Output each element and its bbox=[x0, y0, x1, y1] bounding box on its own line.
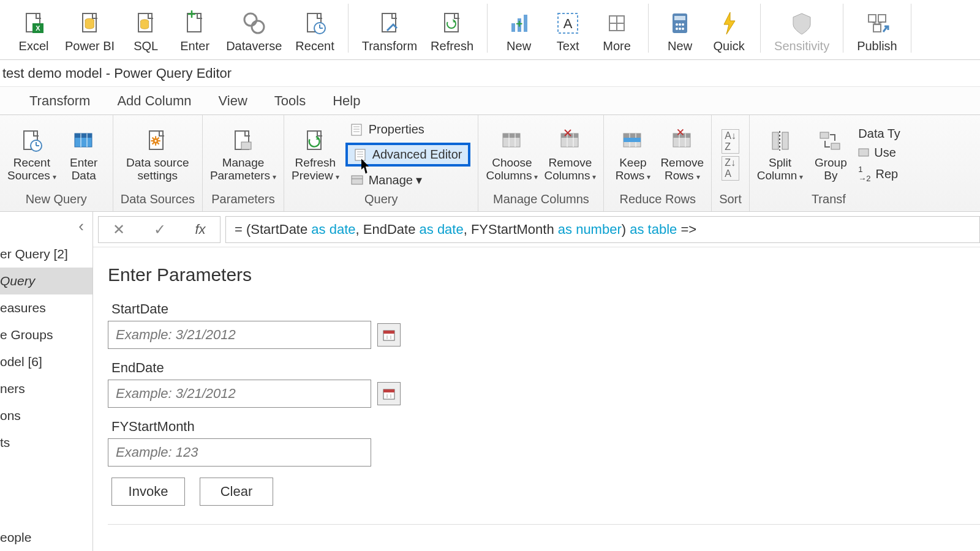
sidebar-item[interactable]: e Groups bbox=[0, 321, 92, 348]
use-label: Use bbox=[874, 146, 896, 160]
group-label-sort: Sort bbox=[719, 192, 742, 209]
group-query: Refresh Preview Properties Advanced Edit… bbox=[284, 115, 478, 211]
enter-button[interactable]: Enter bbox=[173, 7, 216, 56]
recent-button[interactable]: Recent bbox=[292, 7, 337, 56]
replace-values-button[interactable]: 1→2Rep bbox=[858, 165, 900, 183]
table-small-icon bbox=[350, 173, 364, 187]
sidebar-item[interactable]: easures bbox=[0, 294, 92, 321]
sidebar-folder[interactable]: er Query [2] bbox=[0, 241, 92, 268]
field-enddate: EndDate bbox=[108, 360, 980, 408]
enddate-calendar-button[interactable] bbox=[377, 382, 401, 405]
refresh-icon bbox=[301, 127, 330, 156]
data-type-button[interactable]: Data Ty bbox=[858, 127, 900, 141]
parameters-panel: Enter Parameters StartDate EndDate FYSta… bbox=[93, 247, 980, 525]
sidebar-item[interactable]: ners bbox=[0, 375, 92, 402]
collapse-button[interactable]: ‹ bbox=[70, 212, 92, 241]
tab-view[interactable]: View bbox=[219, 93, 247, 109]
rep-label: Rep bbox=[876, 167, 899, 181]
sidebar-item[interactable]: eople bbox=[0, 524, 92, 551]
group-label-parameters: Parameters bbox=[211, 192, 274, 209]
sidebar-folder[interactable]: odel [6] bbox=[0, 348, 92, 375]
data-type-label: Data Ty bbox=[858, 127, 900, 141]
sensitivity-button[interactable]: Sensitivity bbox=[771, 7, 833, 56]
split-column-button[interactable]: Split Column bbox=[757, 127, 803, 182]
text-button[interactable]: Text bbox=[546, 7, 589, 56]
enter-data-label: Enter Data bbox=[70, 157, 97, 182]
startdate-input[interactable] bbox=[108, 321, 371, 349]
manage-parameters-button[interactable]: Manage Parameters bbox=[210, 127, 276, 182]
refresh-preview-button[interactable]: Refresh Preview bbox=[292, 127, 339, 182]
quick-label: Quick bbox=[714, 39, 745, 53]
recent-label: Recent bbox=[295, 39, 334, 53]
group-data-sources: Data source settings Data Sources bbox=[113, 115, 203, 211]
advanced-editor-label: Advanced Editor bbox=[372, 148, 462, 162]
powerbi-button[interactable]: Power BI bbox=[61, 7, 118, 56]
invoke-button[interactable]: Invoke bbox=[111, 478, 185, 506]
choose-columns-button[interactable]: Choose Columns bbox=[486, 127, 538, 182]
separator bbox=[348, 4, 349, 53]
tab-help[interactable]: Help bbox=[333, 93, 360, 109]
sidebar-item[interactable]: ts bbox=[0, 429, 92, 456]
group-label-new-query: New Query bbox=[26, 192, 87, 209]
remove-columns-button[interactable]: Remove Columns bbox=[544, 127, 596, 182]
table-icon bbox=[70, 127, 98, 156]
remove-rows-icon bbox=[668, 127, 696, 156]
new-visual-button[interactable]: New bbox=[497, 7, 540, 56]
use-first-row-button[interactable]: Use bbox=[858, 146, 900, 160]
excel-button[interactable]: Excel bbox=[12, 7, 55, 56]
sql-button[interactable]: SQL bbox=[124, 7, 167, 56]
text-label: Text bbox=[557, 39, 579, 53]
excel-icon bbox=[20, 10, 47, 37]
separator bbox=[843, 4, 843, 53]
properties-button[interactable]: Properties bbox=[345, 121, 471, 138]
startdate-calendar-button[interactable] bbox=[377, 323, 401, 347]
startdate-label: StartDate bbox=[111, 301, 980, 317]
formula-text[interactable]: = (StartDate as date, EndDate as date, F… bbox=[225, 216, 980, 243]
remove-rows-button[interactable]: Remove Rows bbox=[660, 127, 704, 182]
publish-button[interactable]: Publish bbox=[853, 7, 901, 56]
transform-stack: Data Ty Use 1→2Rep bbox=[858, 127, 900, 183]
enter-data-button[interactable]: Enter Data bbox=[62, 127, 105, 182]
params-icon bbox=[229, 127, 257, 156]
split-column-label: Split Column bbox=[757, 157, 803, 182]
group-label-transform: Transf bbox=[812, 192, 846, 209]
new-measure-button[interactable]: New bbox=[658, 7, 701, 56]
sidebar-query-selected[interactable]: Query bbox=[0, 268, 92, 294]
data-source-settings-button[interactable]: Data source settings bbox=[126, 127, 189, 182]
advanced-editor-button[interactable]: Advanced Editor bbox=[345, 143, 471, 167]
transform-button[interactable]: Transform bbox=[358, 7, 421, 56]
editor-icon bbox=[354, 148, 368, 162]
keep-rows-button[interactable]: Keep Rows bbox=[611, 127, 654, 182]
doc-clock-icon bbox=[18, 127, 46, 156]
recent-sources-button[interactable]: Recent Sources bbox=[7, 127, 56, 182]
manage-button[interactable]: Manage ▾ bbox=[345, 171, 471, 189]
group-sort: A↓Z Z↓A Sort bbox=[712, 115, 750, 211]
fystartmonth-input[interactable] bbox=[108, 438, 371, 467]
clear-button[interactable]: Clear bbox=[200, 478, 273, 506]
dataverse-button[interactable]: Dataverse bbox=[222, 7, 285, 56]
transform-icon bbox=[376, 10, 403, 37]
keep-rows-icon bbox=[619, 127, 647, 156]
tab-transform[interactable]: Transform bbox=[29, 93, 90, 109]
refresh-button[interactable]: Refresh bbox=[427, 7, 477, 56]
cancel-formula-button[interactable]: ✕ bbox=[113, 221, 125, 238]
field-fystartmonth: FYStartMonth bbox=[108, 419, 980, 467]
separator bbox=[487, 4, 488, 53]
group-by-label: Group By bbox=[815, 157, 847, 182]
title-bar: test demo model - Power Query Editor bbox=[0, 60, 980, 87]
enter-icon bbox=[181, 10, 208, 37]
quick-button[interactable]: Quick bbox=[707, 7, 750, 56]
tab-tools[interactable]: Tools bbox=[274, 93, 306, 109]
dataverse-icon bbox=[241, 10, 268, 37]
window-title: test demo model - Power Query Editor bbox=[2, 66, 232, 81]
group-by-button[interactable]: Group By bbox=[809, 127, 852, 182]
sort-desc-button[interactable]: Z↓A bbox=[722, 156, 739, 181]
sidebar-item[interactable]: ons bbox=[0, 402, 92, 429]
sort-asc-button[interactable]: A↓Z bbox=[722, 129, 739, 154]
commit-formula-button[interactable]: ✓ bbox=[154, 221, 166, 238]
more-button[interactable]: More bbox=[595, 7, 638, 56]
group-new-query: Recent Sources Enter Data New Query bbox=[0, 115, 113, 211]
enddate-input[interactable] bbox=[108, 380, 371, 408]
tab-add-column[interactable]: Add Column bbox=[117, 93, 191, 109]
tab-strip: Transform Add Column View Tools Help bbox=[0, 87, 980, 115]
